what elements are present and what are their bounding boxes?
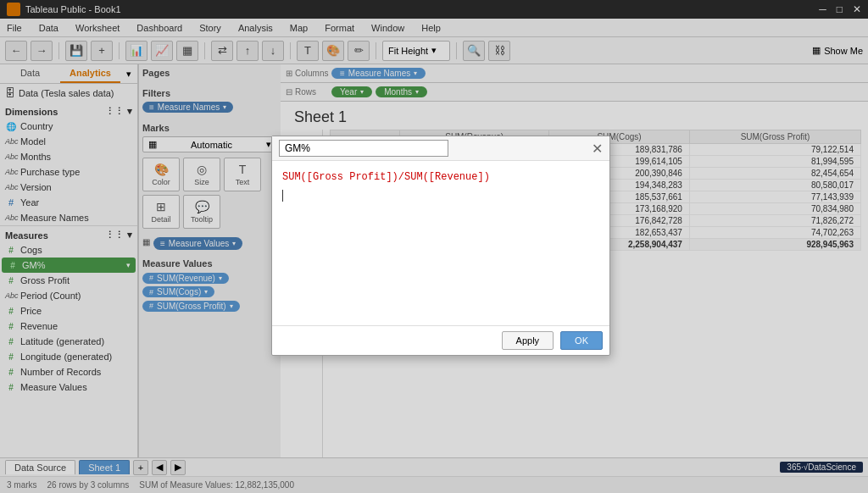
dialog-footer: Apply OK <box>272 325 609 355</box>
dialog-close-btn[interactable]: ✕ <box>592 141 603 157</box>
ok-button[interactable]: OK <box>560 331 603 350</box>
apply-button[interactable]: Apply <box>502 331 554 350</box>
dialog-cursor <box>282 190 283 202</box>
dialog-body[interactable]: SUM([Gross Profit])/SUM([Revenue]) <box>272 161 609 325</box>
dialog-overlay: ✕ SUM([Gross Profit])/SUM([Revenue]) App… <box>0 0 868 493</box>
calc-dialog: ✕ SUM([Gross Profit])/SUM([Revenue]) App… <box>271 136 610 356</box>
dialog-formula: SUM([Gross Profit])/SUM([Revenue]) <box>279 168 603 186</box>
dialog-title-bar: ✕ <box>272 136 609 161</box>
dialog-title-input[interactable] <box>279 140 448 157</box>
